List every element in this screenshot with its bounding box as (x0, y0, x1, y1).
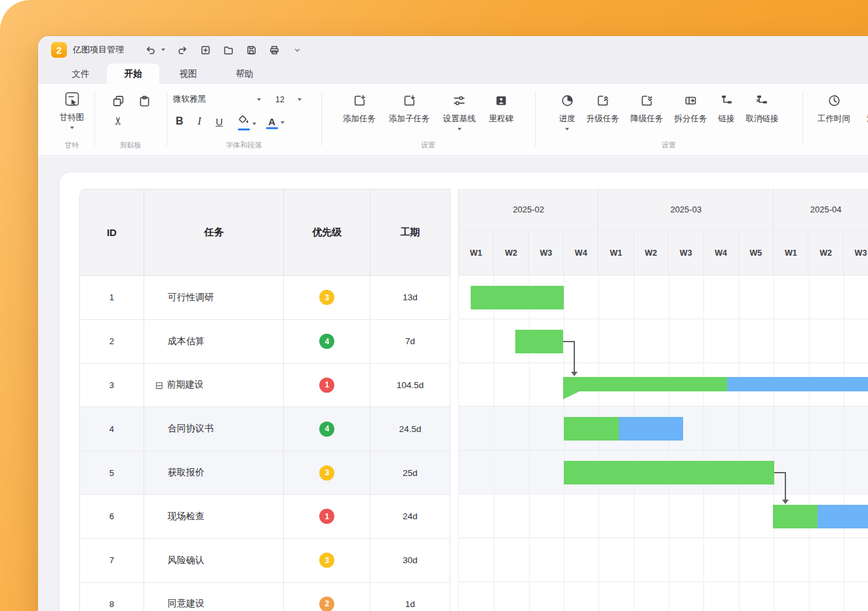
clock-icon (827, 92, 841, 109)
tab-file[interactable]: 文件 (62, 64, 99, 84)
column-header-id[interactable]: ID (80, 189, 144, 276)
task-name-cell[interactable]: 同意建设 (144, 583, 285, 611)
progress-button[interactable]: 进度 (559, 92, 576, 130)
menu-tab-bar: 文件 开始 视图 帮助 (38, 64, 868, 84)
task-name-cell[interactable]: 获取报价 (144, 451, 285, 495)
timeline-week-header: W1W2W3W4W1W2W3W4W5W1W2W3 (458, 231, 868, 275)
table-row[interactable]: 7风险确认330d (80, 539, 450, 583)
table-row[interactable]: 1可行性调研313d (80, 276, 450, 320)
gantt-bar[interactable] (515, 330, 563, 353)
task-id-cell: 5 (80, 451, 144, 495)
task-name-cell[interactable]: 成本估算 (144, 320, 285, 364)
bar-remaining-segment (727, 377, 868, 391)
group-caption: 设置 (535, 140, 802, 150)
tab-view[interactable]: 视图 (165, 64, 211, 84)
set-baseline-button[interactable]: 设置基线 (443, 92, 476, 130)
fill-color-button[interactable] (237, 114, 256, 128)
open-file-icon[interactable] (220, 42, 236, 58)
milestone-button[interactable]: 里程碑 (489, 92, 514, 125)
table-row[interactable]: 6现场检查124d (80, 495, 450, 539)
font-family-caret[interactable] (257, 98, 261, 101)
timeline-row (459, 538, 868, 582)
task-name-cell[interactable]: 合同协议书 (144, 407, 285, 451)
collapse-ribbon-icon[interactable] (289, 42, 305, 58)
print-icon[interactable] (266, 42, 282, 58)
demote-task-button[interactable]: 降级任务 (631, 92, 663, 125)
work-time-button[interactable]: 工作时间 (810, 92, 858, 125)
ribbon: 甘特图 甘特 ✂ (38, 84, 868, 156)
tab-help[interactable]: 帮助 (222, 64, 267, 84)
priority-badge: 3 (319, 465, 334, 481)
task-id-cell: 2 (80, 320, 144, 364)
paste-icon[interactable] (136, 91, 152, 111)
table-row[interactable]: 3⊟前期建设1104.5d (80, 364, 450, 408)
demote-task-icon (640, 92, 654, 109)
timeline-week-cell: W2 (494, 231, 528, 275)
table-row[interactable]: 8同意建设21d (80, 583, 450, 611)
unlink-icon (755, 92, 769, 109)
gantt-dropdown-caret (70, 127, 74, 129)
collapse-icon[interactable]: ⊟ (155, 380, 164, 390)
promote-task-button[interactable]: 升级任务 (587, 92, 620, 125)
task-priority-cell: 3 (284, 539, 370, 583)
bar-progress-segment (471, 286, 564, 309)
bar-remaining-segment (619, 417, 683, 441)
gantt-bar[interactable] (773, 505, 868, 528)
task-name-cell[interactable]: 风险确认 (144, 539, 285, 583)
redo-icon[interactable] (174, 42, 190, 58)
add-task-button[interactable]: 添加任务 (343, 92, 376, 125)
column-header-task[interactable]: 任务 (144, 189, 285, 276)
task-name-cell[interactable]: ⊟前期建设 (144, 364, 285, 408)
app-logo-icon: 2 (51, 42, 67, 58)
gantt-chart-button[interactable]: 甘特图 (49, 88, 94, 129)
add-subtask-button[interactable]: 添加子任务 (389, 92, 430, 125)
timeline-week-cell: W3 (844, 231, 868, 275)
font-size-caret[interactable] (298, 98, 302, 101)
gantt-bar[interactable] (564, 461, 774, 484)
save-icon[interactable] (243, 42, 259, 58)
timeline-week-cell: W5 (739, 231, 774, 275)
timeline-week-cell: W4 (703, 231, 738, 275)
paint-bucket-icon (237, 114, 250, 128)
table-row[interactable]: 2成本估算47d (80, 320, 450, 364)
bold-button[interactable]: B (176, 115, 184, 127)
gantt-chart-icon (64, 90, 81, 108)
font-family-select[interactable]: 微软雅黑 (173, 94, 257, 105)
column-header-priority[interactable]: 优先级 (284, 189, 370, 276)
table-row[interactable]: 4合同协议书424.5d (80, 407, 450, 451)
baseline-sliders-icon (452, 92, 466, 109)
task-duration-cell: 13d (370, 276, 450, 320)
gantt-bar[interactable] (564, 417, 683, 441)
font-color-caret[interactable] (281, 121, 285, 124)
task-id-cell: 7 (80, 539, 144, 583)
fill-color-caret[interactable] (252, 123, 256, 125)
cut-icon[interactable]: ✂ (110, 111, 126, 130)
unlink-button[interactable]: 取消链接 (746, 92, 779, 125)
task-name-cell[interactable]: 现场检查 (144, 495, 285, 539)
bar-progress-segment (515, 330, 563, 353)
column-header-duration[interactable]: 工期 (370, 189, 450, 276)
table-row[interactable]: 5获取报价325d (80, 451, 450, 495)
canvas-card: ID 任务 优先级 工期 1可行性调研313d2成本估算47d3⊟前期建设110… (60, 172, 868, 611)
task-id-cell: 1 (80, 276, 144, 320)
gantt-bar-summary[interactable] (563, 377, 868, 391)
bar-progress-segment (564, 461, 774, 484)
italic-button[interactable]: I (198, 115, 201, 127)
undo-dropdown-caret[interactable] (161, 49, 165, 51)
font-color-button[interactable]: A (266, 116, 285, 127)
task-priority-cell: 4 (284, 320, 370, 364)
split-task-button[interactable]: 拆分任务 (675, 92, 707, 125)
new-document-icon[interactable] (197, 42, 213, 58)
task-id-cell: 3 (80, 364, 144, 408)
tab-home[interactable]: 开始 (107, 64, 159, 84)
underline-button[interactable]: U (216, 116, 223, 127)
task-priority-cell: 3 (284, 451, 370, 495)
task-name-cell[interactable]: 可行性调研 (144, 276, 285, 320)
undo-icon[interactable] (142, 42, 158, 58)
gantt-bar[interactable] (471, 286, 564, 309)
priority-badge: 3 (319, 290, 334, 305)
quick-access-toolbar (142, 42, 312, 58)
font-size-select[interactable]: 12 (275, 95, 298, 104)
copy-icon[interactable] (110, 91, 126, 111)
link-button[interactable]: 链接 (719, 92, 735, 125)
